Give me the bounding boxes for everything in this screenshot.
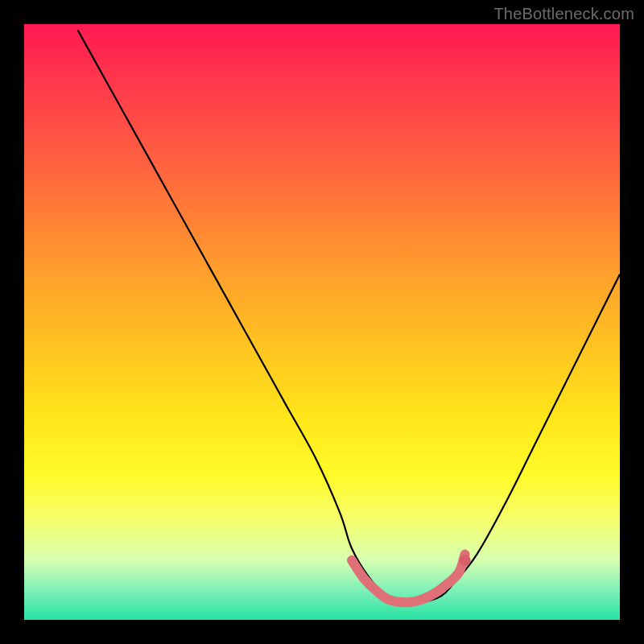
plot-area [24,24,620,620]
bottleneck-curve [78,30,620,602]
highlight-dot [460,555,471,566]
chart-frame: TheBottleneck.com [0,0,644,644]
attribution-label: TheBottleneck.com [493,5,634,23]
chart-svg [24,24,620,620]
highlight-flat-region [352,555,465,603]
